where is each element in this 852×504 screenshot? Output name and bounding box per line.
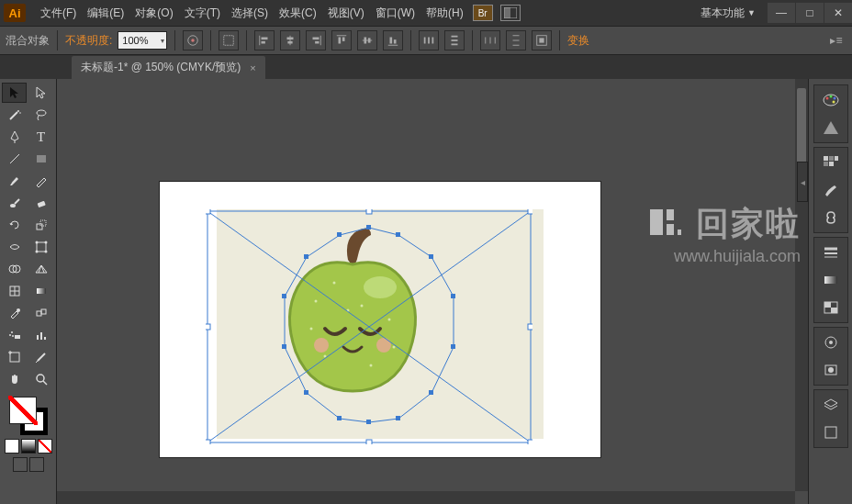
- align-to-button[interactable]: [532, 30, 552, 50]
- type-tool[interactable]: T: [28, 127, 53, 147]
- pen-tool[interactable]: [2, 127, 27, 147]
- svg-rect-28: [452, 44, 458, 46]
- canvas-area[interactable]: [57, 79, 808, 504]
- close-icon[interactable]: ×: [250, 62, 255, 73]
- bridge-button[interactable]: Br: [473, 5, 493, 21]
- column-graph-tool[interactable]: [28, 325, 53, 345]
- scale-tool[interactable]: [28, 215, 53, 235]
- svg-rect-10: [288, 41, 293, 44]
- document-tab[interactable]: 未标题-1* @ 150% (CMYK/预览) ×: [72, 56, 265, 79]
- align-left-button[interactable]: [254, 30, 275, 50]
- svg-rect-137: [825, 427, 836, 438]
- close-button[interactable]: ✕: [824, 3, 852, 23]
- recolor-button[interactable]: [183, 30, 203, 50]
- menu-object[interactable]: 对象(O): [129, 6, 178, 21]
- menu-window[interactable]: 窗口(W): [370, 6, 420, 21]
- fill-stroke-swatch[interactable]: [2, 395, 54, 474]
- horizontal-scrollbar[interactable]: [57, 491, 795, 504]
- artboard-tool[interactable]: [2, 347, 27, 367]
- opacity-input[interactable]: 100% ▾: [118, 31, 167, 50]
- menu-select[interactable]: 选择(S): [226, 6, 274, 21]
- free-transform-tool[interactable]: [28, 237, 53, 257]
- blend-tool[interactable]: [28, 303, 53, 323]
- workspace-switcher[interactable]: 基本功能 ▼: [697, 6, 759, 21]
- svg-rect-22: [394, 39, 397, 43]
- shape-builder-tool[interactable]: [2, 259, 27, 279]
- paintbrush-tool[interactable]: [2, 171, 27, 191]
- zoom-tool[interactable]: [28, 369, 53, 389]
- perspective-grid-tool[interactable]: [28, 259, 53, 279]
- svg-point-40: [37, 110, 46, 116]
- svg-rect-111: [282, 344, 286, 349]
- menu-help[interactable]: 帮助(H): [420, 6, 469, 21]
- hand-tool[interactable]: [2, 369, 27, 389]
- direct-selection-tool[interactable]: [28, 83, 53, 103]
- appearance-panel-icon[interactable]: [818, 330, 844, 354]
- color-mode-button[interactable]: [5, 439, 19, 454]
- svg-line-37: [10, 112, 17, 119]
- gradient-tool[interactable]: [28, 281, 53, 301]
- blob-brush-tool[interactable]: [2, 193, 27, 213]
- artboards-panel-icon[interactable]: [818, 420, 844, 444]
- color-panel-icon[interactable]: [818, 88, 844, 112]
- rotate-tool[interactable]: [2, 215, 27, 235]
- selection-tool[interactable]: [2, 83, 27, 103]
- layers-panel-icon[interactable]: [818, 393, 844, 417]
- distribute-space-h-button[interactable]: [480, 30, 500, 50]
- align-hcenter-button[interactable]: [280, 30, 300, 50]
- transparency-panel-icon[interactable]: [818, 296, 844, 319]
- pencil-tool[interactable]: [28, 171, 53, 191]
- slice-tool[interactable]: [28, 347, 53, 367]
- eyedropper-tool[interactable]: [2, 303, 27, 323]
- symbols-panel-icon[interactable]: [818, 206, 844, 230]
- svg-rect-9: [287, 38, 294, 40]
- align-bottom-button[interactable]: [383, 30, 403, 50]
- eraser-tool[interactable]: [28, 193, 53, 213]
- menu-view[interactable]: 视图(V): [322, 6, 370, 21]
- align-right-button[interactable]: [306, 30, 326, 50]
- rectangle-tool[interactable]: [28, 149, 53, 169]
- distribute-h-button[interactable]: [419, 30, 439, 50]
- svg-rect-49: [37, 242, 46, 252]
- magic-wand-tool[interactable]: [2, 105, 27, 125]
- vertical-scrollbar[interactable]: [795, 79, 808, 491]
- graphic-styles-panel-icon[interactable]: [818, 358, 844, 382]
- stroke-panel-icon[interactable]: [818, 241, 844, 264]
- align-vcenter-button[interactable]: [357, 30, 377, 50]
- arrange-docs-button[interactable]: [500, 5, 521, 21]
- mesh-tool[interactable]: [2, 281, 27, 301]
- maximize-button[interactable]: □: [796, 3, 824, 23]
- svg-point-39: [19, 112, 21, 114]
- opacity-value: 100%: [122, 35, 148, 46]
- menu-type[interactable]: 文字(T): [179, 6, 226, 21]
- menu-edit[interactable]: 编辑(E): [82, 6, 129, 21]
- width-tool[interactable]: [2, 237, 27, 257]
- lasso-tool[interactable]: [28, 105, 53, 125]
- symbol-sprayer-tool[interactable]: [2, 325, 27, 345]
- svg-line-76: [43, 381, 47, 385]
- gradient-mode-button[interactable]: [21, 439, 36, 454]
- dock-expand-handle[interactable]: ◂: [797, 162, 808, 202]
- isolate-button[interactable]: [219, 30, 239, 50]
- color-guide-panel-icon[interactable]: [818, 116, 844, 140]
- brushes-panel-icon[interactable]: [818, 178, 844, 202]
- svg-rect-125: [829, 162, 834, 166]
- line-tool[interactable]: [2, 149, 27, 169]
- distribute-v-button[interactable]: [444, 30, 465, 50]
- distribute-space-v-button[interactable]: [506, 30, 526, 50]
- align-top-button[interactable]: [331, 30, 352, 50]
- options-menu-button[interactable]: ▸≡: [826, 30, 846, 50]
- none-mode-button[interactable]: [38, 439, 52, 454]
- transform-label[interactable]: 变换: [567, 33, 589, 49]
- svg-rect-100: [528, 440, 532, 444]
- artboard[interactable]: [160, 182, 600, 457]
- menu-file[interactable]: 文件(F): [35, 6, 82, 21]
- minimize-button[interactable]: —: [768, 3, 795, 23]
- fill-swatch[interactable]: [9, 397, 37, 424]
- svg-rect-98: [206, 440, 210, 444]
- menu-effect[interactable]: 效果(C): [274, 6, 322, 21]
- swatches-panel-icon[interactable]: [818, 151, 844, 174]
- screen-mode-full[interactable]: [29, 457, 44, 472]
- screen-mode-normal[interactable]: [13, 457, 28, 472]
- gradient-panel-icon[interactable]: [818, 268, 844, 292]
